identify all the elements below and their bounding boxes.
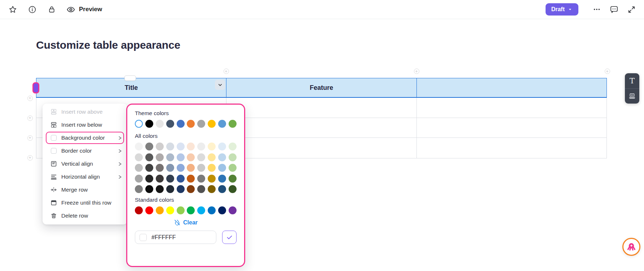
color-swatch[interactable] [208, 143, 216, 150]
color-swatch[interactable] [208, 185, 216, 193]
menu-item-delete-row[interactable]: Delete row [43, 209, 127, 222]
menu-item-insert-row-below[interactable]: Insert row below [43, 118, 127, 131]
color-swatch[interactable] [166, 185, 174, 193]
menu-item-background-color[interactable]: Background color [43, 131, 127, 144]
color-swatch[interactable] [208, 175, 216, 183]
table-cell[interactable] [417, 98, 606, 118]
color-swatch[interactable] [145, 153, 153, 161]
embed-tool-button[interactable] [625, 88, 639, 104]
color-swatch[interactable] [218, 175, 226, 183]
color-swatch[interactable] [145, 120, 153, 128]
color-swatch[interactable] [177, 185, 185, 193]
column-menu-button[interactable] [215, 80, 225, 90]
comments-button[interactable] [607, 3, 621, 16]
color-swatch[interactable] [187, 185, 195, 193]
color-swatch[interactable] [166, 143, 174, 150]
color-swatch[interactable] [187, 206, 195, 214]
color-swatch[interactable] [208, 164, 216, 172]
color-swatch[interactable] [166, 153, 174, 161]
add-column-button[interactable]: + [605, 69, 610, 74]
color-swatch[interactable] [187, 120, 195, 128]
star-button[interactable] [6, 3, 19, 16]
color-swatch[interactable] [229, 175, 237, 183]
color-swatch[interactable] [197, 185, 205, 193]
table-cell[interactable] [226, 118, 417, 138]
color-swatch[interactable] [166, 120, 174, 128]
color-swatch[interactable] [145, 206, 153, 214]
color-swatch[interactable] [218, 153, 226, 161]
color-swatch[interactable] [197, 153, 205, 161]
color-swatch[interactable] [177, 143, 185, 150]
add-row-button[interactable]: + [27, 115, 33, 121]
color-swatch[interactable] [187, 164, 195, 172]
color-swatch[interactable] [229, 164, 237, 172]
draft-status-button[interactable]: Draft [546, 3, 578, 16]
table-cell[interactable] [417, 118, 606, 138]
color-swatch[interactable] [135, 185, 143, 193]
color-swatch[interactable] [135, 143, 143, 150]
menu-item-vertical-align[interactable]: Vertical align [43, 157, 127, 170]
color-swatch[interactable] [208, 206, 216, 214]
color-swatch[interactable] [218, 120, 226, 128]
color-swatch[interactable] [166, 206, 174, 214]
text-tool-button[interactable]: T [625, 73, 639, 88]
color-swatch[interactable] [229, 185, 237, 193]
color-swatch[interactable] [197, 206, 205, 214]
color-swatch[interactable] [229, 153, 237, 161]
color-swatch[interactable] [177, 153, 185, 161]
color-swatch[interactable] [135, 175, 143, 183]
color-swatch[interactable] [156, 164, 164, 172]
color-swatch[interactable] [135, 120, 143, 128]
color-swatch[interactable] [166, 175, 174, 183]
color-swatch[interactable] [177, 164, 185, 172]
menu-item-merge-row[interactable]: Merge row [43, 183, 127, 196]
add-column-button[interactable]: + [414, 69, 419, 74]
color-swatch[interactable] [156, 206, 164, 214]
color-swatch[interactable] [187, 143, 195, 150]
table-header-cell[interactable] [417, 78, 606, 97]
color-swatch[interactable] [197, 143, 205, 150]
add-row-button[interactable]: + [27, 96, 33, 101]
color-swatch[interactable] [218, 206, 226, 214]
color-swatch[interactable] [145, 143, 153, 150]
color-swatch[interactable] [218, 143, 226, 150]
color-swatch[interactable] [218, 185, 226, 193]
color-swatch[interactable] [177, 120, 185, 128]
table-drag-tab[interactable] [124, 75, 136, 81]
add-row-button[interactable]: + [27, 155, 33, 161]
color-swatch[interactable] [229, 143, 237, 150]
color-swatch[interactable] [135, 206, 143, 214]
color-swatch[interactable] [166, 164, 174, 172]
color-swatch[interactable] [177, 206, 185, 214]
color-swatch[interactable] [208, 120, 216, 128]
info-button[interactable] [25, 3, 39, 16]
color-swatch[interactable] [156, 175, 164, 183]
color-swatch[interactable] [145, 164, 153, 172]
color-swatch[interactable] [208, 153, 216, 161]
color-swatch[interactable] [156, 120, 164, 128]
color-swatch[interactable] [197, 164, 205, 172]
table-header-cell[interactable]: Feature [226, 78, 417, 97]
color-swatch[interactable] [135, 153, 143, 161]
color-swatch[interactable] [145, 175, 153, 183]
add-column-button[interactable]: + [224, 69, 229, 74]
table-cell[interactable] [226, 138, 417, 158]
confirm-color-button[interactable] [222, 231, 237, 244]
color-swatch[interactable] [156, 153, 164, 161]
color-swatch[interactable] [156, 143, 164, 150]
color-swatch[interactable] [145, 185, 153, 193]
table-cell[interactable] [226, 98, 417, 118]
menu-item-border-color[interactable]: Border color [43, 144, 127, 157]
add-row-button[interactable]: + [27, 135, 33, 141]
color-swatch[interactable] [187, 153, 195, 161]
menu-item-freeze-until-row[interactable]: Freeze until this row [43, 196, 127, 209]
hex-color-input[interactable] [151, 234, 206, 241]
color-swatch[interactable] [177, 175, 185, 183]
lock-button[interactable] [45, 3, 58, 16]
menu-item-horizontal-align[interactable]: Horizontal align [43, 170, 127, 183]
more-options-button[interactable] [590, 3, 604, 16]
color-swatch[interactable] [218, 164, 226, 172]
assistant-mascot-button[interactable] [622, 238, 640, 256]
color-swatch[interactable] [197, 120, 205, 128]
clear-color-button[interactable]: Clear [174, 219, 198, 226]
